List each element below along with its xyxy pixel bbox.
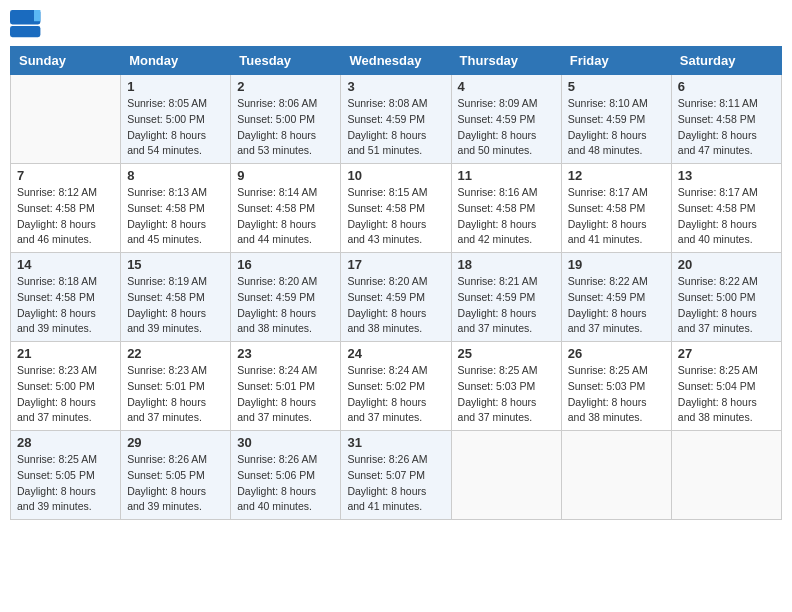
calendar-day-cell: 2 Sunrise: 8:06 AMSunset: 5:00 PMDayligh… [231, 75, 341, 164]
calendar-day-cell [451, 431, 561, 520]
calendar-day-cell: 19 Sunrise: 8:22 AMSunset: 4:59 PMDaylig… [561, 253, 671, 342]
day-info: Sunrise: 8:22 AMSunset: 4:59 PMDaylight:… [568, 274, 665, 337]
day-number: 13 [678, 168, 775, 183]
weekday-header-cell: Wednesday [341, 47, 451, 75]
calendar-day-cell: 31 Sunrise: 8:26 AMSunset: 5:07 PMDaylig… [341, 431, 451, 520]
svg-rect-1 [10, 26, 40, 37]
day-number: 10 [347, 168, 444, 183]
calendar-day-cell: 13 Sunrise: 8:17 AMSunset: 4:58 PMDaylig… [671, 164, 781, 253]
calendar-day-cell: 30 Sunrise: 8:26 AMSunset: 5:06 PMDaylig… [231, 431, 341, 520]
day-info: Sunrise: 8:05 AMSunset: 5:00 PMDaylight:… [127, 96, 224, 159]
day-number: 16 [237, 257, 334, 272]
day-info: Sunrise: 8:14 AMSunset: 4:58 PMDaylight:… [237, 185, 334, 248]
day-info: Sunrise: 8:25 AMSunset: 5:05 PMDaylight:… [17, 452, 114, 515]
weekday-header-cell: Thursday [451, 47, 561, 75]
calendar-day-cell: 28 Sunrise: 8:25 AMSunset: 5:05 PMDaylig… [11, 431, 121, 520]
day-info: Sunrise: 8:12 AMSunset: 4:58 PMDaylight:… [17, 185, 114, 248]
calendar-day-cell: 5 Sunrise: 8:10 AMSunset: 4:59 PMDayligh… [561, 75, 671, 164]
logo [10, 10, 46, 38]
day-number: 15 [127, 257, 224, 272]
calendar-body: 1 Sunrise: 8:05 AMSunset: 5:00 PMDayligh… [11, 75, 782, 520]
calendar-day-cell: 23 Sunrise: 8:24 AMSunset: 5:01 PMDaylig… [231, 342, 341, 431]
svg-marker-2 [34, 10, 40, 21]
calendar-day-cell: 7 Sunrise: 8:12 AMSunset: 4:58 PMDayligh… [11, 164, 121, 253]
calendar-day-cell: 24 Sunrise: 8:24 AMSunset: 5:02 PMDaylig… [341, 342, 451, 431]
day-info: Sunrise: 8:20 AMSunset: 4:59 PMDaylight:… [347, 274, 444, 337]
day-number: 25 [458, 346, 555, 361]
calendar-day-cell: 29 Sunrise: 8:26 AMSunset: 5:05 PMDaylig… [121, 431, 231, 520]
day-number: 21 [17, 346, 114, 361]
calendar-week-row: 21 Sunrise: 8:23 AMSunset: 5:00 PMDaylig… [11, 342, 782, 431]
day-info: Sunrise: 8:22 AMSunset: 5:00 PMDaylight:… [678, 274, 775, 337]
day-info: Sunrise: 8:18 AMSunset: 4:58 PMDaylight:… [17, 274, 114, 337]
calendar-day-cell: 27 Sunrise: 8:25 AMSunset: 5:04 PMDaylig… [671, 342, 781, 431]
day-info: Sunrise: 8:17 AMSunset: 4:58 PMDaylight:… [678, 185, 775, 248]
day-number: 12 [568, 168, 665, 183]
day-info: Sunrise: 8:25 AMSunset: 5:03 PMDaylight:… [568, 363, 665, 426]
day-info: Sunrise: 8:10 AMSunset: 4:59 PMDaylight:… [568, 96, 665, 159]
day-number: 1 [127, 79, 224, 94]
day-number: 18 [458, 257, 555, 272]
day-number: 14 [17, 257, 114, 272]
calendar-day-cell: 26 Sunrise: 8:25 AMSunset: 5:03 PMDaylig… [561, 342, 671, 431]
calendar-week-row: 14 Sunrise: 8:18 AMSunset: 4:58 PMDaylig… [11, 253, 782, 342]
day-number: 29 [127, 435, 224, 450]
day-info: Sunrise: 8:21 AMSunset: 4:59 PMDaylight:… [458, 274, 555, 337]
day-number: 23 [237, 346, 334, 361]
day-number: 20 [678, 257, 775, 272]
calendar-table: SundayMondayTuesdayWednesdayThursdayFrid… [10, 46, 782, 520]
day-info: Sunrise: 8:23 AMSunset: 5:01 PMDaylight:… [127, 363, 224, 426]
day-info: Sunrise: 8:23 AMSunset: 5:00 PMDaylight:… [17, 363, 114, 426]
calendar-day-cell [561, 431, 671, 520]
calendar-week-row: 28 Sunrise: 8:25 AMSunset: 5:05 PMDaylig… [11, 431, 782, 520]
weekday-header-cell: Monday [121, 47, 231, 75]
calendar-day-cell: 4 Sunrise: 8:09 AMSunset: 4:59 PMDayligh… [451, 75, 561, 164]
weekday-header-cell: Tuesday [231, 47, 341, 75]
day-info: Sunrise: 8:06 AMSunset: 5:00 PMDaylight:… [237, 96, 334, 159]
day-info: Sunrise: 8:24 AMSunset: 5:01 PMDaylight:… [237, 363, 334, 426]
day-number: 6 [678, 79, 775, 94]
day-info: Sunrise: 8:24 AMSunset: 5:02 PMDaylight:… [347, 363, 444, 426]
day-number: 28 [17, 435, 114, 450]
weekday-header-row: SundayMondayTuesdayWednesdayThursdayFrid… [11, 47, 782, 75]
calendar-day-cell: 8 Sunrise: 8:13 AMSunset: 4:58 PMDayligh… [121, 164, 231, 253]
day-number: 27 [678, 346, 775, 361]
day-number: 31 [347, 435, 444, 450]
day-number: 22 [127, 346, 224, 361]
day-info: Sunrise: 8:25 AMSunset: 5:04 PMDaylight:… [678, 363, 775, 426]
calendar-day-cell: 6 Sunrise: 8:11 AMSunset: 4:58 PMDayligh… [671, 75, 781, 164]
calendar-day-cell: 22 Sunrise: 8:23 AMSunset: 5:01 PMDaylig… [121, 342, 231, 431]
page-header [10, 10, 782, 38]
day-info: Sunrise: 8:16 AMSunset: 4:58 PMDaylight:… [458, 185, 555, 248]
day-number: 4 [458, 79, 555, 94]
calendar-day-cell [11, 75, 121, 164]
day-info: Sunrise: 8:25 AMSunset: 5:03 PMDaylight:… [458, 363, 555, 426]
weekday-header-cell: Saturday [671, 47, 781, 75]
day-number: 11 [458, 168, 555, 183]
calendar-day-cell: 16 Sunrise: 8:20 AMSunset: 4:59 PMDaylig… [231, 253, 341, 342]
day-info: Sunrise: 8:13 AMSunset: 4:58 PMDaylight:… [127, 185, 224, 248]
day-number: 24 [347, 346, 444, 361]
day-number: 7 [17, 168, 114, 183]
day-info: Sunrise: 8:19 AMSunset: 4:58 PMDaylight:… [127, 274, 224, 337]
weekday-header-cell: Friday [561, 47, 671, 75]
day-number: 5 [568, 79, 665, 94]
logo-icon [10, 10, 42, 38]
calendar-week-row: 7 Sunrise: 8:12 AMSunset: 4:58 PMDayligh… [11, 164, 782, 253]
weekday-header-cell: Sunday [11, 47, 121, 75]
calendar-day-cell: 14 Sunrise: 8:18 AMSunset: 4:58 PMDaylig… [11, 253, 121, 342]
day-info: Sunrise: 8:15 AMSunset: 4:58 PMDaylight:… [347, 185, 444, 248]
calendar-day-cell: 9 Sunrise: 8:14 AMSunset: 4:58 PMDayligh… [231, 164, 341, 253]
day-number: 3 [347, 79, 444, 94]
calendar-day-cell: 21 Sunrise: 8:23 AMSunset: 5:00 PMDaylig… [11, 342, 121, 431]
day-number: 9 [237, 168, 334, 183]
calendar-day-cell [671, 431, 781, 520]
calendar-day-cell: 15 Sunrise: 8:19 AMSunset: 4:58 PMDaylig… [121, 253, 231, 342]
day-number: 30 [237, 435, 334, 450]
day-info: Sunrise: 8:26 AMSunset: 5:07 PMDaylight:… [347, 452, 444, 515]
calendar-day-cell: 18 Sunrise: 8:21 AMSunset: 4:59 PMDaylig… [451, 253, 561, 342]
day-info: Sunrise: 8:20 AMSunset: 4:59 PMDaylight:… [237, 274, 334, 337]
calendar-day-cell: 3 Sunrise: 8:08 AMSunset: 4:59 PMDayligh… [341, 75, 451, 164]
day-info: Sunrise: 8:08 AMSunset: 4:59 PMDaylight:… [347, 96, 444, 159]
day-info: Sunrise: 8:26 AMSunset: 5:05 PMDaylight:… [127, 452, 224, 515]
